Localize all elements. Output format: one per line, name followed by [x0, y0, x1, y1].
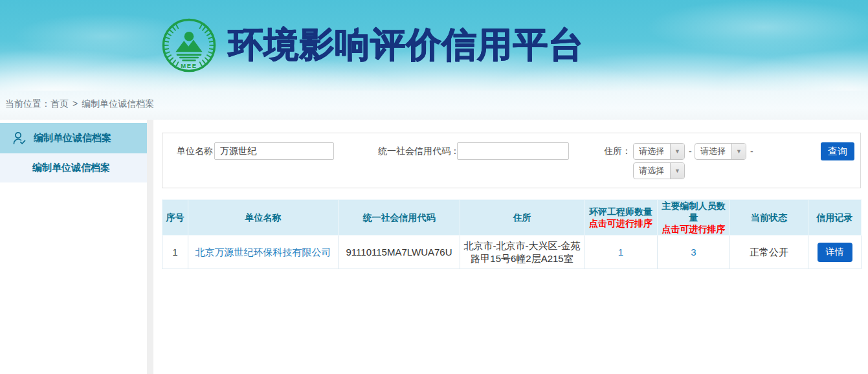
- cell-credit-code: 91110115MA7LWUA76U: [339, 236, 460, 269]
- sort-hint[interactable]: 点击可进行排序: [658, 223, 729, 235]
- page-body: 编制单位诚信档案 编制单位诚信档案 单位名称： 统一社会信用代码： 住所： 请选…: [0, 120, 868, 374]
- col-header-unit-name: 单位名称: [188, 200, 339, 236]
- credit-code-label: 统一社会信用代码：: [378, 142, 460, 160]
- select-value: 请选择: [695, 144, 731, 159]
- credit-code-input[interactable]: [457, 142, 569, 160]
- engineer-count-link[interactable]: 1: [618, 247, 623, 258]
- logo-waves: [177, 55, 201, 61]
- breadcrumb: 当前位置：首页>编制单位诚信档案: [5, 98, 154, 110]
- table-row: 1 北京万源世纪环保科技有限公司 91110115MA7LWUA76U 北京市-…: [162, 236, 862, 269]
- sort-hint[interactable]: 点击可进行排序: [584, 217, 657, 229]
- site-header: MEE 环境影响评价信用平台: [0, 0, 868, 91]
- main-panel: 单位名称： 统一社会信用代码： 住所： 请选择 ▼ - 请选择 ▼ - 请选择 …: [153, 120, 868, 374]
- detail-button[interactable]: 详情: [818, 243, 852, 262]
- sidebar-item-unit-credit-archive[interactable]: 编制单位诚信档案: [0, 123, 147, 153]
- cell-status: 正常公开: [730, 236, 808, 269]
- breadcrumb-prefix: 当前位置：: [5, 98, 50, 109]
- address-province-select[interactable]: 请选择 ▼: [633, 143, 685, 160]
- results-table: 序号 单位名称 统一社会信用代码 住所 环评工程师数量 点击可进行排序 主要编制…: [162, 199, 862, 269]
- col-header-credit-code: 统一社会信用代码: [339, 200, 460, 236]
- unit-name-input[interactable]: [214, 142, 334, 160]
- col-header-credit-record: 信用记录: [808, 200, 862, 236]
- search-form: 单位名称： 统一社会信用代码： 住所： 请选择 ▼ - 请选择 ▼ - 请选择 …: [162, 133, 861, 188]
- select-value: 请选择: [634, 144, 670, 159]
- query-button[interactable]: 查询: [821, 142, 854, 160]
- logo-text: MEE: [181, 62, 197, 69]
- col-header-engineer-count[interactable]: 环评工程师数量 点击可进行排序: [584, 200, 658, 236]
- col-header-index: 序号: [162, 200, 188, 236]
- sidebar-subitem-label: 编制单位诚信档案: [32, 162, 110, 174]
- col-header-status: 当前状态: [730, 200, 808, 236]
- address-city-select[interactable]: 请选择 ▼: [695, 143, 746, 160]
- staff-count-link[interactable]: 3: [691, 247, 696, 258]
- breadcrumb-band: 当前位置：首页>编制单位诚信档案: [0, 91, 868, 120]
- unit-name-link[interactable]: 北京万源世纪环保科技有限公司: [195, 247, 331, 258]
- sidebar-item-label: 编制单位诚信档案: [34, 132, 111, 144]
- user-check-icon: [12, 131, 27, 146]
- breadcrumb-current: 编制单位诚信档案: [82, 98, 154, 109]
- chevron-down-icon[interactable]: ▼: [670, 163, 684, 179]
- site-title: 环境影响评价信用平台: [228, 24, 584, 64]
- chevron-down-icon[interactable]: ▼: [731, 144, 746, 159]
- chevron-down-icon[interactable]: ▼: [670, 144, 684, 159]
- address-district-select[interactable]: 请选择 ▼: [633, 162, 685, 179]
- table-header-row: 序号 单位名称 统一社会信用代码 住所 环评工程师数量 点击可进行排序 主要编制…: [162, 200, 862, 236]
- logo-mountains: [175, 39, 202, 52]
- select-value: 请选择: [634, 163, 670, 179]
- col-header-staff-count[interactable]: 主要编制人员数量 点击可进行排序: [658, 200, 730, 236]
- cell-index: 1: [162, 236, 188, 269]
- sidebar: 编制单位诚信档案 编制单位诚信档案: [0, 120, 147, 374]
- logo-sun: [184, 32, 194, 41]
- breadcrumb-home-link[interactable]: 首页: [50, 98, 69, 109]
- cell-address: 北京市-北京市-大兴区-金苑路甲15号6幢2层A215室: [460, 236, 584, 269]
- address-label: 住所：: [604, 142, 631, 160]
- mee-logo: MEE: [161, 17, 217, 73]
- breadcrumb-separator: >: [72, 98, 78, 109]
- dash-separator: -: [689, 143, 692, 160]
- sidebar-subitem-unit-credit-archive[interactable]: 编制单位诚信档案: [0, 153, 147, 182]
- dash-separator: -: [750, 143, 753, 160]
- col-header-address: 住所: [460, 200, 584, 236]
